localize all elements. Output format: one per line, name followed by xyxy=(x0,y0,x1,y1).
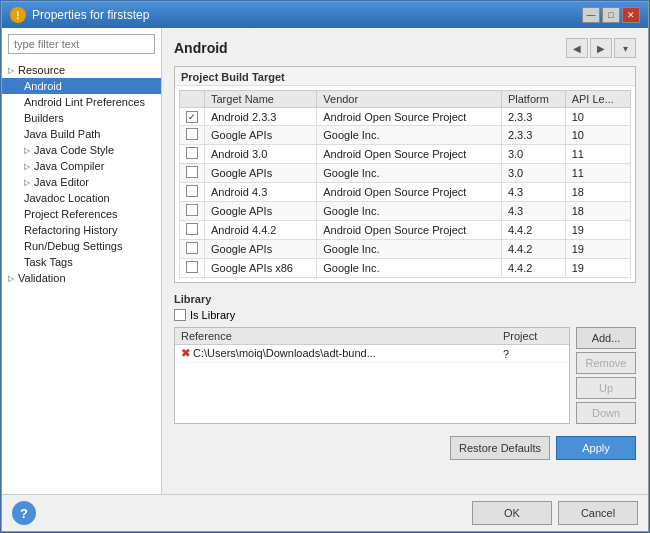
row-checkbox[interactable] xyxy=(186,261,198,273)
lib-col-project: Project xyxy=(497,328,569,345)
build-target-table: Target Name Vendor Platform API Le... ✓ … xyxy=(179,90,631,278)
row-checkbox[interactable]: ✓ xyxy=(186,111,198,123)
tree-label: Refactoring History xyxy=(24,224,118,236)
table-row[interactable]: Google APIs Google Inc. 2.3.3 10 xyxy=(180,126,631,145)
api: 11 xyxy=(565,164,630,183)
api: 19 xyxy=(565,221,630,240)
platform: 3.0 xyxy=(501,164,565,183)
tree-item-android-lint[interactable]: Android Lint Preferences xyxy=(2,94,161,110)
tree-item-javadoc[interactable]: Javadoc Location xyxy=(2,190,161,206)
lib-ref: ✖ C:\Users\moiq\Downloads\adt-bund... xyxy=(175,345,497,363)
row-checkbox[interactable] xyxy=(186,147,198,159)
vendor: Google Inc. xyxy=(317,164,502,183)
ok-button[interactable]: OK xyxy=(472,501,552,525)
table-row[interactable]: Android 4.3 Android Open Source Project … xyxy=(180,183,631,202)
dialog-title: Properties for firststep xyxy=(32,8,149,22)
target-name: Android 4.3 xyxy=(205,183,317,202)
build-target-content: Target Name Vendor Platform API Le... ✓ … xyxy=(175,86,635,282)
api: 19 xyxy=(565,259,630,278)
is-library-checkbox[interactable] xyxy=(174,309,186,321)
tree-item-android[interactable]: Android xyxy=(2,78,161,94)
tree-label: Java Code Style xyxy=(34,144,114,156)
table-row[interactable]: Google APIs Google Inc. 4.4.2 19 xyxy=(180,240,631,259)
target-name: Android 2.3.3 xyxy=(205,108,317,126)
platform: 3.0 xyxy=(501,145,565,164)
cancel-button[interactable]: Cancel xyxy=(558,501,638,525)
build-target-label: Project Build Target xyxy=(175,67,635,86)
minimize-button[interactable]: — xyxy=(582,7,600,23)
target-name: Google APIs xyxy=(205,240,317,259)
tree-label: Java Compiler xyxy=(34,160,104,172)
remove-button[interactable]: Remove xyxy=(576,352,636,374)
tree-item-run-debug[interactable]: Run/Debug Settings xyxy=(2,238,161,254)
platform: 4.4.2 xyxy=(501,259,565,278)
library-buttons: Add... Remove Up Down xyxy=(576,327,636,424)
tree-item-java-compiler[interactable]: ▷ Java Compiler xyxy=(2,158,161,174)
forward-button[interactable]: ▶ xyxy=(590,38,612,58)
api: 10 xyxy=(565,126,630,145)
library-table-area: Reference Project ✖ C:\Users\moiq\Downlo… xyxy=(174,327,570,424)
tree-item-refactoring[interactable]: Refactoring History xyxy=(2,222,161,238)
tree-item-java-editor[interactable]: ▷ Java Editor xyxy=(2,174,161,190)
tree-item-java-code-style[interactable]: ▷ Java Code Style xyxy=(2,142,161,158)
table-row[interactable]: Android 4.4.2 Android Open Source Projec… xyxy=(180,221,631,240)
tree-label: Android Lint Preferences xyxy=(24,96,145,108)
tree-item-java-build-path[interactable]: Java Build Path xyxy=(2,126,161,142)
tree-item-resource[interactable]: ▷ Resource xyxy=(2,62,161,78)
maximize-button[interactable]: □ xyxy=(602,7,620,23)
table-row[interactable]: Google APIs Google Inc. 4.3 18 xyxy=(180,202,631,221)
section-header: Android ◀ ▶ ▾ xyxy=(174,38,636,58)
row-checkbox[interactable] xyxy=(186,204,198,216)
vendor: Android Open Source Project xyxy=(317,221,502,240)
tree-item-project-refs[interactable]: Project References xyxy=(2,206,161,222)
apply-button[interactable]: Apply xyxy=(556,436,636,460)
row-checkbox[interactable] xyxy=(186,185,198,197)
lib-table-row[interactable]: ✖ C:\Users\moiq\Downloads\adt-bund... ? xyxy=(175,345,569,363)
tree-label: Java Editor xyxy=(34,176,89,188)
is-library-row: Is Library xyxy=(174,309,636,321)
library-table: Reference Project ✖ C:\Users\moiq\Downlo… xyxy=(175,328,569,363)
col-api: API Le... xyxy=(565,91,630,108)
row-checkbox[interactable] xyxy=(186,223,198,235)
tree-item-builders[interactable]: Builders xyxy=(2,110,161,126)
lib-project: ? xyxy=(497,345,569,363)
row-checkbox[interactable] xyxy=(186,242,198,254)
vendor: Google Inc. xyxy=(317,240,502,259)
table-row[interactable]: ✓ Android 2.3.3 Android Open Source Proj… xyxy=(180,108,631,126)
vendor: Google Inc. xyxy=(317,202,502,221)
lib-col-ref: Reference xyxy=(175,328,497,345)
platform: 4.3 xyxy=(501,183,565,202)
filter-input[interactable] xyxy=(8,34,155,54)
back-button[interactable]: ◀ xyxy=(566,38,588,58)
build-target-group: Project Build Target Target Name Vendor … xyxy=(174,66,636,283)
table-row[interactable]: Google APIs x86 Google Inc. 4.4.2 19 xyxy=(180,259,631,278)
vendor: Android Open Source Project xyxy=(317,183,502,202)
tree-label: Validation xyxy=(18,272,66,284)
library-section: Library Is Library Reference Project xyxy=(174,293,636,424)
nav-buttons: ◀ ▶ ▾ xyxy=(566,38,636,58)
platform: 4.4.2 xyxy=(501,240,565,259)
help-button[interactable]: ? xyxy=(12,501,36,525)
tree-label: Java Build Path xyxy=(24,128,100,140)
is-library-label: Is Library xyxy=(190,309,235,321)
tree-item-validation[interactable]: ▷ Validation xyxy=(2,270,161,286)
title-bar: ! Properties for firststep — □ ✕ xyxy=(2,2,648,28)
vendor: Google Inc. xyxy=(317,259,502,278)
row-checkbox[interactable] xyxy=(186,128,198,140)
tree-label: Task Tags xyxy=(24,256,73,268)
left-panel: ▷ Resource Android Android Lint Preferen… xyxy=(2,28,162,494)
tree-item-task-tags[interactable]: Task Tags xyxy=(2,254,161,270)
close-button[interactable]: ✕ xyxy=(622,7,640,23)
nav-dropdown-button[interactable]: ▾ xyxy=(614,38,636,58)
restore-defaults-button[interactable]: Restore Defaults xyxy=(450,436,550,460)
table-row[interactable]: Android 3.0 Android Open Source Project … xyxy=(180,145,631,164)
tree-area: ▷ Resource Android Android Lint Preferen… xyxy=(2,60,161,494)
table-row[interactable]: Google APIs Google Inc. 3.0 11 xyxy=(180,164,631,183)
down-button[interactable]: Down xyxy=(576,402,636,424)
up-button[interactable]: Up xyxy=(576,377,636,399)
row-checkbox[interactable] xyxy=(186,166,198,178)
target-name: Android 4.4.2 xyxy=(205,221,317,240)
title-bar-left: ! Properties for firststep xyxy=(10,7,149,23)
add-button[interactable]: Add... xyxy=(576,327,636,349)
api: 11 xyxy=(565,145,630,164)
